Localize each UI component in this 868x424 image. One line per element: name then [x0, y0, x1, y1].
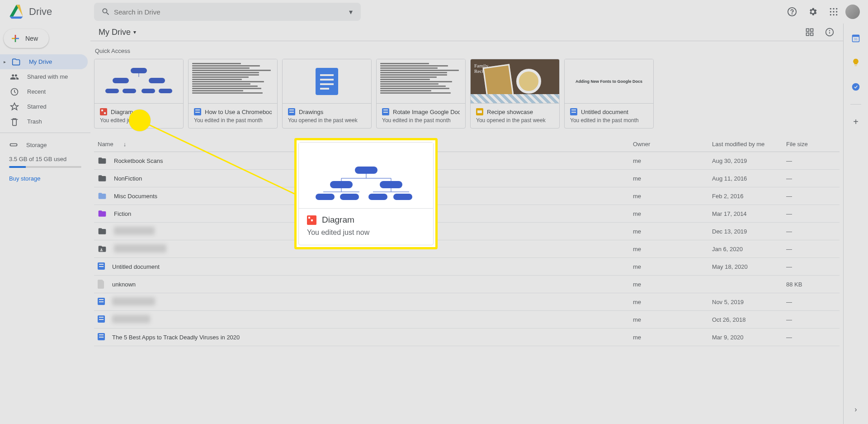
search-options-icon[interactable]: ▾: [344, 8, 357, 16]
sidebar-label-shared: Shared with me: [27, 73, 68, 80]
file-modified: Aug 11, 2016: [712, 175, 786, 182]
svg-point-3: [833, 8, 834, 10]
svg-point-2: [830, 8, 831, 10]
table-header: Name↓ Owner Last modified by me File siz…: [94, 137, 840, 152]
svg-rect-29: [320, 79, 334, 81]
grid-view-icon[interactable]: [801, 23, 819, 41]
file-size: —: [786, 316, 836, 323]
table-row[interactable]: unknown me 88 KB: [94, 276, 840, 293]
file-type-icon: [98, 280, 105, 289]
file-size: —: [786, 157, 836, 164]
col-owner[interactable]: Owner: [633, 141, 712, 148]
file-owner: me: [633, 193, 712, 200]
apps-icon[interactable]: [825, 3, 843, 21]
svg-text:31: 31: [854, 37, 858, 41]
file-modified: Aug 30, 2019: [712, 157, 786, 164]
file-size: —: [786, 193, 836, 200]
buy-storage-link[interactable]: Buy storage: [9, 175, 81, 182]
sidebar-item-trash[interactable]: Trash: [0, 114, 88, 129]
svg-point-8: [830, 14, 831, 15]
table-row[interactable]: Untitled document me May 18, 2020 —: [94, 258, 840, 276]
card-name: Rotate Image Google Docs: [393, 109, 460, 115]
search-box[interactable]: ▾: [94, 3, 361, 21]
quick-access-card[interactable]: How to Use a Chromebook O… You edited in…: [188, 59, 278, 129]
file-type-icon: [98, 315, 105, 324]
svg-point-7: [836, 11, 837, 12]
account-avatar[interactable]: [845, 5, 860, 19]
file-owner: me: [633, 281, 712, 288]
sidebar-item-my-drive[interactable]: ▸ My Drive: [0, 54, 88, 69]
file-owner: me: [633, 175, 712, 182]
callout-highlight-circle: [129, 110, 151, 131]
table-row[interactable]: The 5 Best Apps to Track Deadly Viruses …: [94, 329, 840, 346]
file-modified: May 18, 2020: [712, 263, 786, 270]
svg-rect-51: [368, 194, 387, 200]
tasks-app-icon[interactable]: [847, 78, 865, 96]
sidebar-label-trash: Trash: [27, 118, 42, 125]
add-addon-icon[interactable]: +: [847, 113, 865, 131]
search-input[interactable]: [114, 8, 344, 16]
table-row[interactable]: me Dec 13, 2019 —: [94, 223, 840, 240]
table-row[interactable]: Misc Documents me Feb 2, 2016 —: [94, 187, 840, 205]
table-row[interactable]: Fiction me Mar 17, 2014 —: [94, 205, 840, 223]
sidebar-item-starred[interactable]: Starred: [0, 99, 88, 114]
svg-point-18: [830, 30, 830, 31]
file-owner: me: [633, 334, 712, 341]
docs-icon: [194, 108, 201, 115]
card-thumbnail: [377, 59, 465, 104]
file-modified: Jan 6, 2020: [712, 246, 786, 252]
sidebar-item-storage[interactable]: Storage: [9, 140, 81, 149]
svg-rect-49: [316, 194, 335, 200]
col-size[interactable]: File size: [786, 141, 836, 148]
info-icon[interactable]: [821, 23, 839, 41]
search-icon: [98, 7, 114, 16]
card-thumbnail: [94, 59, 183, 104]
expand-icon[interactable]: ▸: [4, 59, 7, 64]
file-size: —: [786, 299, 836, 305]
file-name: Fiction: [114, 210, 131, 217]
quick-access-card[interactable]: Rotate Image Google Docs You edited in t…: [376, 59, 466, 129]
file-type-icon: [98, 209, 107, 218]
card-subtitle: You edited in the past month: [570, 117, 648, 124]
svg-rect-28: [320, 74, 334, 76]
quick-access-card[interactable]: Adding New Fonts to Google Docs Untitled…: [564, 59, 654, 129]
help-icon[interactable]: [783, 3, 801, 21]
file-modified: Nov 5, 2019: [712, 299, 786, 305]
storage-used-text: 3.5 GB of 15 GB used: [9, 156, 81, 162]
quick-access-card[interactable]: FamilyRecipes Recipe showcase You opened…: [470, 59, 560, 129]
file-modified: Mar 9, 2020: [712, 334, 786, 341]
quick-access-card[interactable]: Drawings You opened in the past week: [282, 59, 372, 129]
sidebar-item-recent[interactable]: Recent: [0, 84, 88, 99]
keep-app-icon[interactable]: [847, 53, 865, 71]
table-row[interactable]: NonFiction me Aug 11, 2016 —: [94, 170, 840, 187]
file-type-icon: [98, 191, 107, 200]
file-owner: me: [633, 263, 712, 270]
file-name: [112, 315, 150, 324]
file-owner: me: [633, 316, 712, 323]
file-name: Untitled document: [112, 263, 160, 270]
sidebar: New ▸ My Drive Shared with me Recent Sta…: [0, 24, 90, 424]
collapse-panel-icon[interactable]: ›: [847, 400, 865, 419]
path-title[interactable]: My Drive ▾: [99, 28, 136, 37]
svg-rect-23: [105, 89, 119, 93]
settings-icon[interactable]: [804, 3, 822, 21]
sidebar-item-shared[interactable]: Shared with me: [0, 69, 88, 84]
docs-icon: [570, 108, 577, 115]
col-modified[interactable]: Last modified by me: [712, 141, 786, 148]
logo[interactable]: Drive: [4, 3, 94, 21]
card-subtitle: You edited in the past month: [194, 117, 272, 124]
svg-rect-26: [159, 89, 172, 93]
file-owner: me: [633, 210, 712, 217]
svg-rect-13: [811, 29, 813, 32]
trash-icon: [10, 117, 19, 126]
file-type-icon: [98, 333, 105, 342]
table-row[interactable]: me Nov 5, 2019 —: [94, 293, 840, 311]
new-button[interactable]: New: [4, 29, 49, 48]
table-row[interactable]: me Oct 26, 2018 —: [94, 311, 840, 329]
callout-file-name: Diagram: [322, 215, 354, 225]
file-name: [114, 227, 155, 236]
calendar-app-icon[interactable]: 31: [847, 29, 865, 47]
table-row[interactable]: Rocketbook Scans me Aug 30, 2019 —: [94, 152, 840, 170]
table-row[interactable]: me Jan 6, 2020 —: [94, 240, 840, 258]
file-size: —: [786, 228, 836, 235]
